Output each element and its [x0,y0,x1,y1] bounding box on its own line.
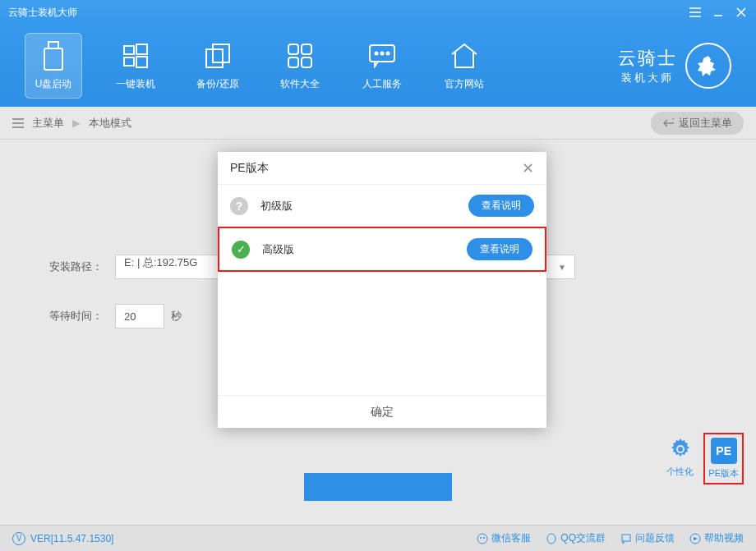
chevron-down-icon: ▼ [558,263,566,272]
svg-rect-20 [622,535,630,541]
gear-icon [667,436,694,462]
brand: 云骑士 装机大师 [618,43,731,89]
modal-header: PE版本 ✕ [218,152,546,185]
svg-point-14 [381,52,384,54]
help-icon [689,533,701,544]
svg-point-18 [483,537,485,539]
feedback-icon [620,533,632,544]
nav-label: U盘启动 [35,77,72,91]
nav-label: 备份/还原 [196,77,238,91]
version-icon: V [12,532,25,545]
pe-icon: PE [711,438,737,464]
svg-rect-5 [136,57,147,67]
back-button[interactable]: 返回主菜单 [651,112,744,135]
close-icon[interactable]: ✕ [522,159,534,177]
confirm-button[interactable]: 确定 [218,395,546,428]
svg-rect-3 [136,44,147,54]
app-title: 云骑士装机大师 [8,6,689,20]
feedback-link[interactable]: 问题反馈 [620,531,675,545]
windows-icon [121,41,150,71]
option-advanced[interactable]: ✓ 高级版 查看说明 [218,227,546,272]
view-details-button[interactable]: 查看说明 [468,195,534,217]
window-controls [689,6,748,19]
version-info[interactable]: V VER[11.5.47.1530] [12,532,113,545]
time-input[interactable] [115,304,164,328]
brand-text: 云骑士 装机大师 [618,46,677,85]
svg-rect-7 [213,44,229,62]
personalize-tool[interactable]: 个性化 [663,433,697,484]
svg-rect-11 [302,57,311,67]
primary-action-button[interactable] [304,473,452,501]
svg-rect-4 [124,57,134,66]
svg-rect-0 [48,42,58,48]
nav-label: 一键装机 [116,77,155,91]
svg-rect-2 [124,46,134,54]
menu-icon[interactable] [689,6,702,19]
option-label: 高级版 [262,242,467,257]
option-label: 初级版 [260,199,468,214]
personalize-label: 个性化 [666,466,694,478]
usb-icon [39,41,68,71]
back-arrow-icon [662,118,674,128]
pe-version-modal: PE版本 ✕ ? 初级版 查看说明 ✓ 高级版 查看说明 确定 [218,152,546,428]
svg-point-19 [547,534,555,544]
breadcrumb: 主菜单 ▶ 本地模式 [12,116,131,131]
nav-service[interactable]: 人工服务 [353,33,411,99]
svg-rect-6 [206,49,223,67]
nav-label: 软件大全 [280,77,320,91]
unchecked-icon: ? [230,197,248,215]
checked-icon: ✓ [232,241,250,259]
backup-icon [203,41,233,71]
wechat-icon [477,533,488,544]
header: U盘启动 一键装机 备份/还原 软件大全 人工服务 [0,25,756,107]
home-icon [449,41,479,71]
path-label: 安装路径： [41,259,115,274]
chevron-right-icon: ▶ [72,117,81,129]
option-basic[interactable]: ? 初级版 查看说明 [218,185,546,227]
back-label: 返回主菜单 [679,116,732,131]
nav-label: 人工服务 [362,77,402,91]
wechat-link[interactable]: 微信客服 [477,531,531,545]
svg-rect-10 [288,57,298,67]
qq-icon [546,533,557,544]
view-details-button[interactable]: 查看说明 [467,238,532,260]
modal-title: PE版本 [230,161,522,176]
time-unit: 秒 [171,309,182,324]
svg-rect-8 [288,44,298,54]
path-value: E: | 总:192.75G [124,256,197,269]
svg-point-15 [387,52,390,54]
modal-body: ? 初级版 查看说明 ✓ 高级版 查看说明 [218,185,546,395]
nav-website[interactable]: 官方网站 [436,33,493,99]
knight-logo-icon [685,43,731,89]
version-text: VER[11.5.47.1530] [30,533,113,544]
footer: V VER[11.5.47.1530] 微信客服 QQ交流群 问题反馈 帮助视频 [0,525,756,551]
breadcrumb-main[interactable]: 主菜单 [32,116,64,131]
nav-usb-boot[interactable]: U盘启动 [25,33,82,99]
pe-version-label: PE版本 [708,467,739,480]
apps-icon [285,41,315,71]
pe-version-tool[interactable]: PE PE版本 [703,433,744,484]
brand-main: 云骑士 [618,46,677,71]
footer-links: 微信客服 QQ交流群 问题反馈 帮助视频 [477,531,744,545]
svg-point-16 [477,534,487,544]
nav-label: 官方网站 [445,77,484,91]
close-icon[interactable] [735,6,748,19]
nav-backup[interactable]: 备份/还原 [189,33,247,99]
titlebar: 云骑士装机大师 [0,0,756,25]
svg-point-13 [376,52,378,54]
hamburger-icon[interactable] [12,118,24,128]
nav-one-click[interactable]: 一键装机 [107,33,164,99]
svg-rect-1 [44,48,62,70]
svg-rect-9 [302,44,311,54]
minimize-icon[interactable] [712,6,725,19]
side-tools: 个性化 PE PE版本 [663,433,744,484]
time-label: 等待时间： [41,309,115,324]
brand-sub: 装机大师 [621,71,674,85]
svg-point-17 [480,537,482,539]
qq-link[interactable]: QQ交流群 [546,531,606,545]
breadcrumb-current: 本地模式 [89,116,131,131]
nav-items: U盘启动 一键装机 备份/还原 软件大全 人工服务 [25,33,493,99]
chat-icon [367,41,397,71]
help-link[interactable]: 帮助视频 [689,531,744,545]
nav-software[interactable]: 软件大全 [271,33,329,99]
